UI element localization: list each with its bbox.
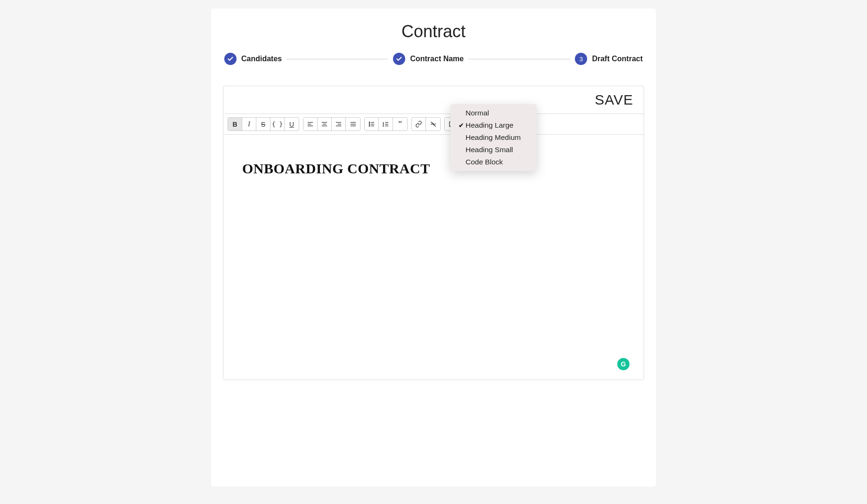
save-row: SAVE (223, 86, 644, 114)
check-icon (393, 53, 405, 65)
code-button[interactable]: { } (270, 118, 285, 130)
heading-option-normal[interactable]: Normal (450, 107, 537, 119)
heading-option-large[interactable]: ✔ Heading Large (450, 119, 537, 131)
align-left-button[interactable] (303, 118, 318, 130)
editor-card: SAVE B I S { } U (223, 86, 644, 380)
page-title: Contract (211, 18, 656, 53)
bold-button[interactable]: B (228, 118, 242, 130)
heading-option-small[interactable]: Heading Small (450, 144, 537, 156)
check-icon: ✔ (457, 122, 466, 129)
step-label: Candidates (241, 55, 282, 63)
heading-option-label: Heading Small (466, 146, 513, 154)
editor-body[interactable]: ONBOARDING CONTRACT (223, 135, 644, 380)
heading-option-label: Normal (466, 109, 489, 117)
toolbar-group-text: B I S { } U (228, 117, 299, 131)
step-contract-name[interactable]: Contract Name (393, 53, 464, 65)
align-center-button[interactable] (318, 118, 332, 130)
heading-option-label: Heading Large (466, 121, 514, 130)
document-heading[interactable]: ONBOARDING CONTRACT (232, 139, 635, 177)
svg-text:3: 3 (383, 125, 384, 127)
check-icon (224, 53, 237, 65)
save-button[interactable]: SAVE (595, 92, 633, 108)
blockquote-button[interactable]: ” (393, 118, 407, 130)
link-button[interactable] (412, 118, 426, 130)
unlink-button[interactable] (426, 118, 440, 130)
step-label: Draft Contract (592, 55, 643, 63)
svg-point-13 (369, 124, 370, 125)
underline-button[interactable]: U (285, 118, 299, 130)
heading-option-label: Heading Medium (466, 133, 521, 142)
toolbar-group-link (411, 117, 441, 131)
svg-point-14 (369, 125, 370, 126)
step-connector (286, 59, 388, 59)
align-justify-button[interactable] (346, 118, 360, 130)
step-candidates[interactable]: Candidates (224, 53, 282, 65)
heading-option-label: Code Block (466, 158, 503, 166)
strikethrough-button[interactable]: S (256, 118, 270, 130)
contract-card: Contract Candidates Contract Name 3 Draf… (211, 8, 656, 487)
toolbar-group-align (303, 117, 360, 131)
step-connector (468, 59, 570, 59)
toolbar-group-lists: 123 ” (364, 117, 408, 131)
bullet-list-button[interactable] (365, 118, 379, 130)
ordered-list-button[interactable]: 123 (379, 118, 393, 130)
italic-button[interactable]: I (242, 118, 256, 130)
heading-option-medium[interactable]: Heading Medium (450, 131, 537, 144)
svg-point-12 (369, 122, 370, 123)
heading-dropdown[interactable]: Normal ✔ Heading Large Heading Medium He… (450, 104, 537, 171)
stepper: Candidates Contract Name 3 Draft Contrac… (211, 53, 656, 76)
step-label: Contract Name (410, 55, 464, 63)
step-draft-contract[interactable]: 3 Draft Contract (575, 53, 643, 65)
step-number-badge: 3 (575, 53, 587, 65)
heading-option-code-block[interactable]: Code Block (450, 156, 537, 168)
grammarly-icon[interactable]: G (617, 358, 630, 370)
align-right-button[interactable] (332, 118, 346, 130)
editor-toolbar: B I S { } U (223, 114, 644, 135)
